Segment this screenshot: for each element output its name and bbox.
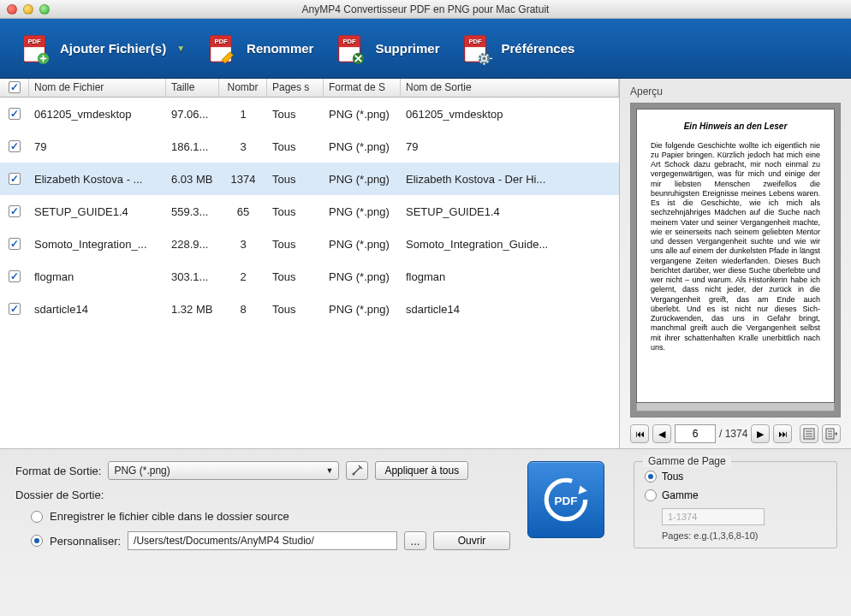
cell-output: Somoto_Integration_Guide...	[401, 235, 619, 253]
first-page-button[interactable]: ⏮	[630, 424, 649, 443]
rename-label: Renommer	[247, 41, 313, 56]
save-to-source-label: Enregistrer le fichier cible dans le dos…	[50, 510, 289, 523]
cell-size: 228.9...	[166, 235, 219, 253]
pdf-add-icon: PDF	[19, 33, 51, 65]
custom-folder-label: Personnaliser:	[50, 535, 121, 548]
cell-size: 97.06...	[166, 105, 219, 123]
cell-pages: Tous	[267, 170, 324, 188]
output-folder-label: Dossier de Sortie:	[15, 489, 104, 501]
preview-container: Ein Hinweis an den Leser Die folgende Ge…	[630, 103, 841, 418]
file-table: Nom de Fichier Taille Nombr Pages s Form…	[0, 79, 620, 448]
cell-pages: Tous	[267, 138, 324, 156]
cell-output: Elizabeth Kostova - Der Hi...	[401, 170, 619, 188]
save-to-source-radio[interactable]	[31, 511, 43, 523]
table-row[interactable]: Elizabeth Kostova - ...6.03 MB1374TousPN…	[0, 163, 619, 195]
row-checkbox[interactable]	[9, 140, 21, 152]
cell-output: SETUP_GUIDE1.4	[401, 203, 619, 221]
next-page-button[interactable]: ▶	[751, 424, 770, 443]
delete-button[interactable]: PDF Supprimer	[334, 33, 439, 65]
cell-size: 1.32 MB	[166, 300, 219, 318]
cell-filename: Somoto_Integration_...	[29, 235, 166, 253]
custom-folder-radio[interactable]	[31, 535, 43, 547]
page-extract-button[interactable]	[822, 424, 841, 443]
cell-pages: Tous	[267, 268, 324, 286]
header-pages[interactable]: Pages s	[267, 79, 324, 97]
table-row[interactable]: Somoto_Integration_...228.9...3TousPNG (…	[0, 228, 619, 260]
convert-button[interactable]: PDF	[527, 461, 604, 538]
cell-filename: flogman	[29, 268, 166, 286]
cell-pages: Tous	[267, 235, 324, 253]
cell-pages: Tous	[267, 203, 324, 221]
add-files-button[interactable]: PDF Ajouter Fichier(s) ▼	[19, 33, 185, 65]
prev-page-button[interactable]: ◀	[652, 424, 671, 443]
pdf-prefs-icon: PDF	[460, 33, 492, 65]
svg-text:PDF: PDF	[343, 38, 357, 45]
format-settings-button[interactable]	[346, 461, 368, 480]
select-all-checkbox[interactable]	[9, 81, 21, 93]
page-heading: Ein Hinweis an den Leser	[651, 121, 820, 133]
preview-panel: Aperçu Ein Hinweis an den Leser Die folg…	[620, 79, 851, 448]
cell-format: PNG (*.png)	[324, 170, 401, 188]
table-row[interactable]: sdarticle141.32 MB8TousPNG (*.png)sdarti…	[0, 293, 619, 325]
cell-count: 3	[219, 235, 267, 253]
last-page-button[interactable]: ⏭	[773, 424, 792, 443]
cell-filename: sdarticle14	[29, 300, 166, 318]
header-size[interactable]: Taille	[166, 79, 219, 97]
table-row[interactable]: 79186.1...3TousPNG (*.png)79	[0, 130, 619, 163]
header-filename[interactable]: Nom de Fichier	[29, 79, 166, 97]
cell-count: 3	[219, 138, 267, 156]
page-total-label: / 1374	[719, 428, 747, 440]
header-count[interactable]: Nombr	[219, 79, 267, 97]
preview-page: Ein Hinweis an den Leser Die folgende Ge…	[636, 109, 835, 403]
svg-text:PDF: PDF	[215, 38, 229, 45]
preferences-label: Préférences	[501, 41, 574, 56]
preferences-button[interactable]: PDF Préférences	[460, 33, 574, 65]
row-checkbox[interactable]	[9, 205, 21, 217]
row-checkbox[interactable]	[9, 173, 21, 185]
range-input[interactable]: 1-1374	[662, 508, 765, 525]
browse-folder-button[interactable]: ...	[404, 531, 426, 550]
svg-point-18	[353, 473, 355, 476]
row-checkbox[interactable]	[9, 270, 21, 282]
open-folder-button[interactable]: Ouvrir	[433, 531, 510, 550]
apply-to-all-button[interactable]: Appliquer à tous	[375, 461, 468, 480]
cell-count: 1	[219, 105, 267, 123]
preview-label: Aperçu	[630, 86, 841, 98]
window-title: AnyMP4 Convertisseur PDF en PNG pour Mac…	[0, 3, 851, 15]
cell-size: 6.03 MB	[166, 170, 219, 188]
range-hint: Pages: e.g.(1,3,6,8-10)	[662, 530, 826, 541]
cell-count: 65	[219, 203, 267, 221]
cell-count: 8	[219, 300, 267, 318]
pdf-rename-icon: PDF	[205, 33, 238, 65]
cell-output: flogman	[401, 268, 619, 286]
page-list-button[interactable]	[800, 424, 818, 443]
row-checkbox[interactable]	[9, 238, 21, 250]
cell-format: PNG (*.png)	[324, 105, 401, 123]
page-number-input[interactable]	[675, 424, 716, 443]
table-row[interactable]: SETUP_GUIDE1.4559.3...65TousPNG (*.png)S…	[0, 195, 619, 228]
table-row[interactable]: flogman303.1...2TousPNG (*.png)flogman	[0, 260, 619, 293]
cell-filename: Elizabeth Kostova - ...	[29, 170, 166, 188]
preview-scrollbar[interactable]	[636, 403, 835, 412]
table-body: 061205_vmdesktop97.06...1TousPNG (*.png)…	[0, 98, 619, 448]
dropdown-arrow-icon: ▼	[176, 44, 185, 53]
header-format[interactable]: Format de S	[324, 79, 401, 97]
header-checkbox-col[interactable]	[0, 79, 29, 97]
cell-size: 303.1...	[166, 268, 219, 286]
cell-pages: Tous	[267, 105, 324, 123]
range-all-radio[interactable]	[645, 471, 657, 483]
row-checkbox[interactable]	[9, 303, 21, 315]
table-header: Nom de Fichier Taille Nombr Pages s Form…	[0, 79, 619, 98]
row-checkbox[interactable]	[9, 108, 21, 120]
cell-count: 2	[219, 268, 267, 286]
output-format-select[interactable]: PNG (*.png) ▼	[108, 461, 339, 480]
cell-output: 79	[401, 138, 619, 156]
header-output[interactable]: Nom de Sortie	[401, 79, 619, 97]
table-row[interactable]: 061205_vmdesktop97.06...1TousPNG (*.png)…	[0, 98, 619, 130]
range-custom-radio[interactable]	[645, 489, 657, 501]
add-files-label: Ajouter Fichier(s)	[60, 41, 166, 56]
rename-button[interactable]: PDF Renommer	[205, 33, 313, 65]
cell-format: PNG (*.png)	[324, 268, 401, 286]
custom-path-field[interactable]: /Users/test/Documents/AnyMP4 Studio/	[128, 531, 397, 550]
cell-output: 061205_vmdesktop	[401, 105, 619, 123]
